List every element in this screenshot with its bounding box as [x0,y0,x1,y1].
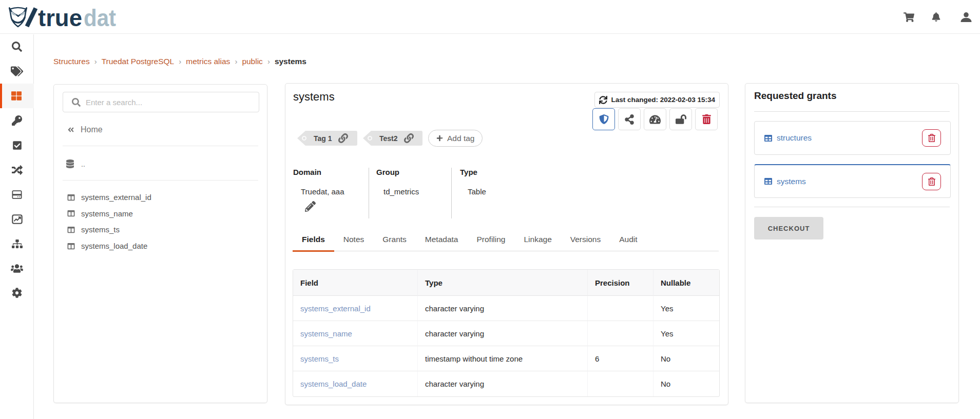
svg-text:dat: dat [84,5,116,28]
svg-text:true: true [38,5,82,28]
